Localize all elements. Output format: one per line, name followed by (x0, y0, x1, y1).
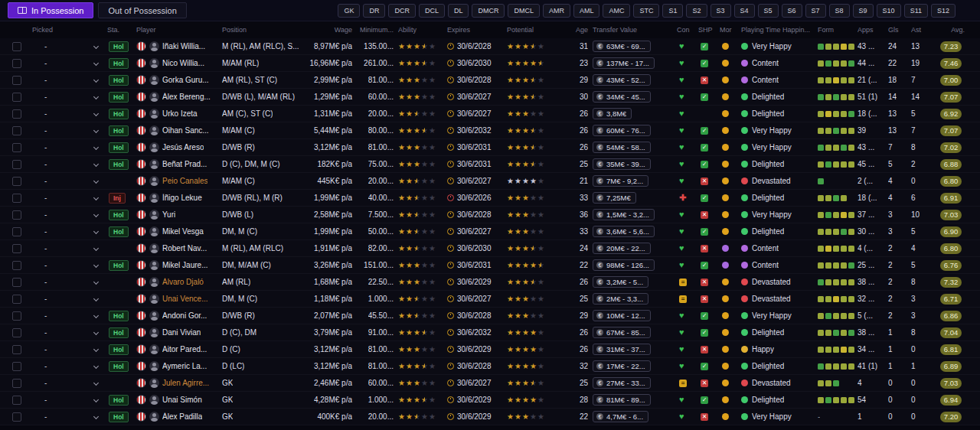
column-header-apps[interactable]: Apps (858, 26, 888, 34)
player-name[interactable]: Urko Izeta (162, 109, 198, 118)
table-row[interactable]: -Julen Agirre...GK2,46M€ p/a60.00...★★★★… (0, 375, 980, 392)
table-row[interactable]: -HolUrko IzetaAM (C), ST (C)1,31M€ p/a20… (0, 106, 980, 122)
player-avatar-icon[interactable] (149, 327, 159, 337)
player-name[interactable]: Dani Vivian (162, 328, 201, 337)
player-avatar-icon[interactable] (149, 344, 159, 354)
column-header-avg[interactable]: Avg. (934, 26, 969, 34)
table-row[interactable]: -HolÁlex PadillaGK400K€ p/a20.00...★★★★★… (0, 409, 980, 425)
filter-s8[interactable]: S8 (829, 4, 850, 18)
transfer-value-pill[interactable]: €27M€ - 33... (593, 377, 651, 389)
column-header-ability[interactable]: Ability (398, 26, 447, 34)
column-header-picked[interactable]: Picked (32, 26, 107, 34)
transfer-value-pill[interactable]: €20M€ - 22... (593, 243, 651, 254)
player-avatar-icon[interactable] (149, 226, 159, 236)
player-avatar-icon[interactable] (149, 92, 159, 102)
player-name[interactable]: Jesús Areso (162, 143, 204, 151)
player-avatar-icon[interactable] (149, 176, 159, 186)
transfer-value-pill[interactable]: €7,25M€ (593, 192, 636, 204)
column-header-potential[interactable]: Potential (507, 26, 571, 34)
row-checkbox[interactable] (12, 76, 21, 85)
player-name[interactable]: Nico Willia... (162, 59, 204, 67)
table-row[interactable]: -HolJesús AresoD/WB (R)3,12M€ p/a81.00..… (0, 139, 980, 156)
transfer-value-pill[interactable]: €4,7M€ - 6... (593, 411, 648, 422)
column-header-gls[interactable]: Gls (888, 26, 911, 34)
column-header-transfer-value[interactable]: Transfer Value (593, 26, 677, 34)
table-row[interactable]: -Peio CanalesM/AM (C)445K€ p/a20.00...★★… (0, 173, 980, 190)
player-name[interactable]: Álex Bereng... (162, 93, 211, 101)
row-checkbox[interactable] (12, 261, 21, 270)
chevron-down-icon[interactable] (93, 279, 99, 285)
filter-s10[interactable]: S10 (877, 4, 901, 18)
chevron-down-icon[interactable] (93, 296, 99, 301)
filter-dmcr[interactable]: DMCR (472, 4, 505, 18)
filter-dcl[interactable]: DCL (419, 4, 445, 18)
filter-aml[interactable]: AML (573, 4, 600, 18)
table-row[interactable]: -Unai Vence...DM, M (C)1,18M€ p/a1.000..… (0, 291, 980, 308)
table-row[interactable]: -HolBeñat Prad...D (C), DM, M (C)182K€ p… (0, 156, 980, 173)
chevron-down-icon[interactable] (93, 111, 99, 116)
row-checkbox[interactable] (12, 177, 21, 186)
player-name[interactable]: Álex Padilla (162, 412, 202, 421)
player-avatar-icon[interactable] (149, 142, 159, 152)
column-header-sta[interactable]: Sta. (107, 26, 136, 34)
transfer-value-pill[interactable]: €81M€ - 89... (593, 394, 651, 406)
transfer-value-pill[interactable]: €3,6M€ - 5,6... (593, 226, 655, 237)
row-checkbox[interactable] (12, 160, 21, 169)
row-checkbox[interactable] (12, 345, 21, 354)
row-checkbox[interactable] (12, 295, 21, 304)
table-row[interactable]: -HolUnai SimónGK4,28M€ p/a1.000...★★★★★3… (0, 392, 980, 409)
player-avatar-icon[interactable] (149, 395, 159, 405)
transfer-value-pill[interactable]: €17M€ - 22... (593, 360, 651, 372)
transfer-value-pill[interactable]: €3,2M€ - 5... (593, 276, 648, 288)
row-checkbox[interactable] (12, 396, 21, 405)
transfer-value-pill[interactable]: €3,8M€ (593, 108, 632, 119)
chevron-down-icon[interactable] (93, 414, 99, 419)
player-name[interactable]: Mikel Vesga (162, 227, 204, 236)
table-row[interactable]: -InjÍñigo LekueD/WB (RL), M (R)1,99M€ p/… (0, 190, 980, 207)
player-name[interactable]: Oihan Sanc... (162, 126, 209, 135)
row-checkbox[interactable] (12, 210, 21, 220)
table-row[interactable]: -HolGorka Guru...AM (RL), ST (C)2,99M€ p… (0, 72, 980, 89)
column-header-expires[interactable]: Expires (447, 26, 507, 34)
column-header-shp[interactable]: SHP (698, 26, 720, 34)
chevron-down-icon[interactable] (93, 347, 99, 352)
column-header-wage[interactable]: Wage (303, 26, 357, 34)
row-checkbox[interactable] (12, 227, 21, 236)
transfer-value-pill[interactable]: €67M€ - 85... (593, 327, 651, 338)
column-header-minimum[interactable]: Minimum... (357, 26, 398, 34)
player-avatar-icon[interactable] (149, 378, 159, 388)
chevron-down-icon[interactable] (93, 178, 99, 184)
filter-gk[interactable]: GK (338, 4, 360, 18)
table-row[interactable]: -Robert Nav...M (RL), AM (RLC)1,91M€ p/a… (0, 240, 980, 257)
player-avatar-icon[interactable] (149, 159, 159, 169)
chevron-down-icon[interactable] (93, 128, 99, 133)
transfer-value-pill[interactable]: €2M€ - 3,3... (593, 293, 648, 305)
chevron-down-icon[interactable] (93, 161, 99, 167)
row-checkbox[interactable] (12, 59, 21, 68)
tab-in-possession[interactable]: In Possession (8, 2, 93, 18)
chevron-down-icon[interactable] (93, 380, 99, 386)
player-avatar-icon[interactable] (149, 109, 159, 119)
player-avatar-icon[interactable] (149, 41, 159, 51)
player-avatar-icon[interactable] (149, 75, 159, 85)
filter-s3[interactable]: S3 (710, 4, 731, 18)
table-row[interactable]: -HolYuriD/WB (L)2,58M€ p/a7.500...★★★★★3… (0, 207, 980, 223)
transfer-value-pill[interactable]: €98M€ - 126... (593, 259, 655, 271)
chevron-down-icon[interactable] (93, 77, 99, 83)
chevron-down-icon[interactable] (93, 262, 99, 268)
filter-amc[interactable]: AMC (603, 4, 630, 18)
row-checkbox[interactable] (12, 126, 21, 135)
table-row[interactable]: -HolMikel VesgaDM, M (C)1,99M€ p/a50.00.… (0, 223, 980, 240)
transfer-value-pill[interactable]: €7M€ - 9,2... (593, 175, 648, 187)
table-row[interactable]: -HolOihan Sanc...M/AM (C)5,44M€ p/a80.00… (0, 122, 980, 139)
filter-stc[interactable]: STC (633, 4, 659, 18)
transfer-value-pill[interactable]: €43M€ - 52... (593, 74, 651, 86)
player-avatar-icon[interactable] (149, 210, 159, 220)
player-avatar-icon[interactable] (149, 125, 159, 135)
row-checkbox[interactable] (12, 194, 21, 203)
player-name[interactable]: Unai Vence... (162, 295, 207, 303)
row-checkbox[interactable] (12, 143, 21, 152)
player-avatar-icon[interactable] (149, 361, 159, 371)
filter-s9[interactable]: S9 (853, 4, 874, 18)
chevron-down-icon[interactable] (93, 145, 99, 150)
